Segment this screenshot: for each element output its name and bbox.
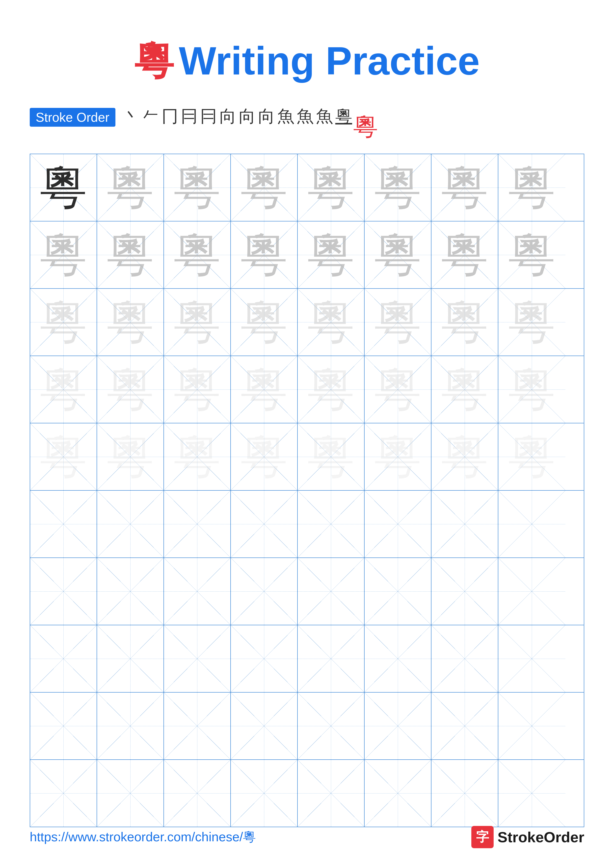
footer-url[interactable]: https://www.strokeorder.com/chinese/粵 (30, 828, 256, 846)
grid-cell-6-8[interactable] (498, 491, 565, 558)
grid-cell-2-2[interactable]: 粵 (97, 222, 164, 288)
grid-cell-6-4[interactable] (231, 491, 298, 558)
grid-cell-3-1[interactable]: 粵 (30, 289, 97, 356)
grid-cell-6-2[interactable] (97, 491, 164, 558)
grid-cell-3-2[interactable]: 粵 (97, 289, 164, 356)
grid-cell-8-6[interactable] (365, 625, 431, 692)
grid-cell-5-3[interactable]: 粵 (164, 423, 231, 490)
grid-cell-9-6[interactable] (365, 693, 431, 760)
grid-cell-9-5[interactable] (298, 693, 365, 760)
grid-cell-7-4[interactable] (231, 558, 298, 625)
grid-cell-7-6[interactable] (365, 558, 431, 625)
grid-cell-9-8[interactable] (498, 693, 565, 760)
grid-cell-7-2[interactable] (97, 558, 164, 625)
grid-cell-6-3[interactable] (164, 491, 231, 558)
grid-row-3: 粵 粵 粵 粵 粵 粵 粵 (30, 289, 584, 356)
practice-char: 粵 (307, 433, 354, 480)
practice-char: 粵 (441, 164, 488, 211)
grid-cell-3-4[interactable]: 粵 (231, 289, 298, 356)
grid-cell-8-4[interactable] (231, 625, 298, 692)
grid-row-6 (30, 491, 584, 558)
grid-cell-5-2[interactable]: 粵 (97, 423, 164, 490)
practice-char: 粵 (107, 231, 154, 278)
grid-cell-4-8[interactable]: 粵 (498, 356, 565, 423)
grid-cell-10-8[interactable] (498, 760, 565, 827)
grid-cell-4-4[interactable]: 粵 (231, 356, 298, 423)
grid-cell-6-6[interactable] (365, 491, 431, 558)
grid-cell-5-1[interactable]: 粵 (30, 423, 97, 490)
grid-row-10 (30, 760, 584, 827)
practice-char: 粵 (307, 231, 354, 278)
practice-char: 粵 (107, 299, 154, 346)
grid-cell-10-1[interactable] (30, 760, 97, 827)
grid-cell-3-5[interactable]: 粵 (298, 289, 365, 356)
grid-cell-9-3[interactable] (164, 693, 231, 760)
grid-cell-6-7[interactable] (431, 491, 498, 558)
grid-cell-10-2[interactable] (97, 760, 164, 827)
grid-cell-3-3[interactable]: 粵 (164, 289, 231, 356)
practice-char: 粵 (174, 366, 221, 413)
grid-cell-1-5[interactable]: 粵 (298, 154, 365, 221)
grid-cell-10-4[interactable] (231, 760, 298, 827)
grid-cell-8-1[interactable] (30, 625, 97, 692)
grid-cell-5-4[interactable]: 粵 (231, 423, 298, 490)
grid-cell-3-7[interactable]: 粵 (431, 289, 498, 356)
grid-cell-2-6[interactable]: 粵 (365, 222, 431, 288)
practice-char: 粵 (107, 164, 154, 211)
grid-cell-8-7[interactable] (431, 625, 498, 692)
grid-cell-10-3[interactable] (164, 760, 231, 827)
grid-cell-7-3[interactable] (164, 558, 231, 625)
grid-cell-5-8[interactable]: 粵 (498, 423, 565, 490)
grid-cell-5-7[interactable]: 粵 (431, 423, 498, 490)
grid-cell-9-4[interactable] (231, 693, 298, 760)
grid-cell-8-8[interactable] (498, 625, 565, 692)
grid-cell-6-5[interactable] (298, 491, 365, 558)
grid-cell-9-1[interactable] (30, 693, 97, 760)
grid-cell-2-5[interactable]: 粵 (298, 222, 365, 288)
grid-cell-7-8[interactable] (498, 558, 565, 625)
grid-cell-7-1[interactable] (30, 558, 97, 625)
stroke-order-section: Stroke Order 丶 𠂉 冂 冃 冃 向 向 向 魚 魚 魚 粵 粵 (30, 108, 584, 144)
grid-cell-3-6[interactable]: 粵 (365, 289, 431, 356)
grid-cell-4-2[interactable]: 粵 (97, 356, 164, 423)
title-chinese-char: 粵 (134, 39, 174, 83)
grid-cell-2-7[interactable]: 粵 (431, 222, 498, 288)
grid-cell-2-1[interactable]: 粵 (30, 222, 97, 288)
practice-char: 粵 (40, 366, 87, 413)
practice-char: 粵 (508, 164, 555, 211)
grid-cell-1-4[interactable]: 粵 (231, 154, 298, 221)
grid-cell-4-1[interactable]: 粵 (30, 356, 97, 423)
grid-cell-7-5[interactable] (298, 558, 365, 625)
practice-char: 粵 (441, 366, 488, 413)
grid-cell-1-3[interactable]: 粵 (164, 154, 231, 221)
grid-cell-1-8[interactable]: 粵 (498, 154, 565, 221)
grid-cell-4-6[interactable]: 粵 (365, 356, 431, 423)
grid-cell-1-7[interactable]: 粵 (431, 154, 498, 221)
grid-cell-1-6[interactable]: 粵 (365, 154, 431, 221)
grid-cell-10-7[interactable] (431, 760, 498, 827)
grid-cell-10-6[interactable] (365, 760, 431, 827)
grid-cell-9-7[interactable] (431, 693, 498, 760)
practice-char: 粵 (241, 231, 288, 278)
practice-char: 粵 (174, 231, 221, 278)
grid-cell-9-2[interactable] (97, 693, 164, 760)
grid-cell-2-3[interactable]: 粵 (164, 222, 231, 288)
grid-cell-4-5[interactable]: 粵 (298, 356, 365, 423)
grid-cell-5-6[interactable]: 粵 (365, 423, 431, 490)
grid-cell-3-8[interactable]: 粵 (498, 289, 565, 356)
grid-cell-8-3[interactable] (164, 625, 231, 692)
grid-cell-2-4[interactable]: 粵 (231, 222, 298, 288)
grid-cell-8-2[interactable] (97, 625, 164, 692)
grid-cell-1-1[interactable]: 粵 (30, 154, 97, 221)
stroke-step-10: 魚 (297, 108, 314, 125)
grid-cell-10-5[interactable] (298, 760, 365, 827)
grid-cell-6-1[interactable] (30, 491, 97, 558)
grid-cell-4-7[interactable]: 粵 (431, 356, 498, 423)
grid-cell-7-7[interactable] (431, 558, 498, 625)
grid-cell-5-5[interactable]: 粵 (298, 423, 365, 490)
grid-cell-1-2[interactable]: 粵 (97, 154, 164, 221)
stroke-step-9: 魚 (277, 108, 294, 125)
grid-cell-2-8[interactable]: 粵 (498, 222, 565, 288)
grid-cell-8-5[interactable] (298, 625, 365, 692)
grid-cell-4-3[interactable]: 粵 (164, 356, 231, 423)
